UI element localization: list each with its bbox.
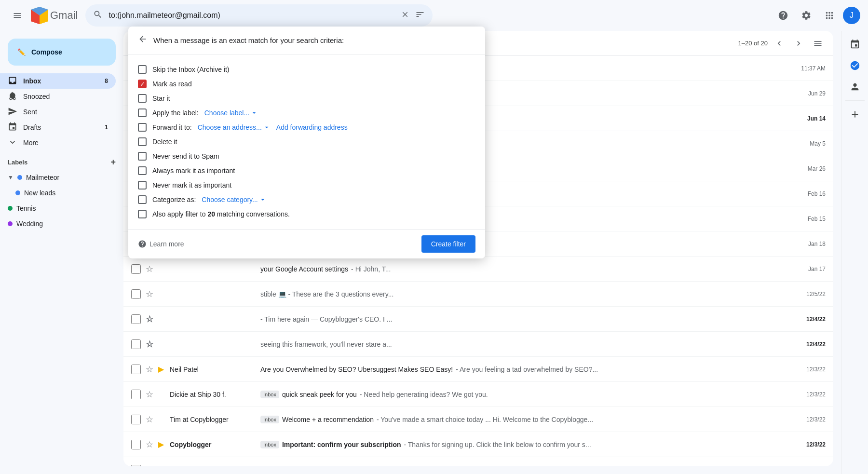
filter-option-also-apply: Also apply filter to 20 matching convers… xyxy=(138,207,475,221)
star-icon[interactable]: ☆ xyxy=(145,439,154,450)
email-preview: - Hello, Welcome to Ubersuggest! It's gr… xyxy=(405,466,587,467)
star-icon[interactable]: ☆ xyxy=(145,364,154,375)
table-row[interactable]: ☆ ▶ Neil Patel Are you Overwhelmed by SE… xyxy=(123,357,833,382)
right-icon-calendar[interactable] xyxy=(845,35,865,54)
star-icon[interactable]: ☆ xyxy=(145,314,154,325)
apps-icon[interactable] xyxy=(820,6,839,25)
table-row[interactable]: ☆ ▶ Tim at Copyblogger Inbox Welcome + a… xyxy=(123,407,833,432)
star-icon[interactable]: ☆ xyxy=(145,289,154,299)
filter-select-forward-button[interactable]: Choose an address... xyxy=(198,123,271,131)
filter-checkbox-apply-label[interactable] xyxy=(138,108,147,117)
filter-checkbox-delete-it[interactable] xyxy=(138,137,147,146)
search-options-icon[interactable] xyxy=(415,10,425,22)
star-icon[interactable]: ☆ xyxy=(145,389,154,400)
gmail-logo: Gmail xyxy=(31,7,78,24)
email-preview: - Tim here again — Copyblogger's CEO. I … xyxy=(260,315,392,323)
avatar[interactable]: J xyxy=(843,7,860,24)
table-row[interactable]: ☆ ▶ seeing this framework, you'll never … xyxy=(123,332,833,357)
prev-page-button[interactable] xyxy=(772,36,787,51)
table-row[interactable]: ☆ ▶ your Google Account settings - Hi Jo… xyxy=(123,257,833,282)
email-checkbox[interactable] xyxy=(131,314,141,324)
search-input[interactable] xyxy=(108,11,395,20)
email-preview: - Are you feeling a tad overwhelmed by S… xyxy=(456,366,598,373)
star-icon[interactable]: ☆ xyxy=(145,414,154,425)
email-checkbox[interactable] xyxy=(131,390,141,399)
create-filter-button[interactable]: Create filter xyxy=(421,235,475,253)
filter-checkbox-always-important[interactable] xyxy=(138,166,147,175)
email-date: Mar 26 xyxy=(795,165,826,172)
filter-option-star-it: Star it xyxy=(138,91,475,106)
email-checkbox[interactable] xyxy=(131,365,141,374)
email-date: 12/3/22 xyxy=(795,416,826,423)
star-icon[interactable]: ☆ xyxy=(145,264,154,274)
filter-checkbox-mark-as-read[interactable]: ✓ xyxy=(138,80,147,88)
filter-checkbox-skip-inbox[interactable] xyxy=(138,65,147,74)
sidebar-item-more[interactable]: More xyxy=(0,135,116,150)
view-options-button[interactable] xyxy=(810,36,826,51)
filter-checkbox-never-important[interactable] xyxy=(138,181,147,190)
right-icon-add[interactable] xyxy=(845,105,865,124)
compose-label: Compose xyxy=(31,48,62,56)
email-checkbox[interactable] xyxy=(131,465,141,467)
email-preview: - Need help generating ideas? We got you… xyxy=(360,391,488,398)
search-icon xyxy=(93,10,103,22)
email-checkbox[interactable] xyxy=(131,339,141,349)
email-checkbox[interactable] xyxy=(131,415,141,424)
table-row[interactable]: ☆ ▶ Neil Patel Welcome to Ubersuggest 🌟 … xyxy=(123,457,833,466)
email-date: Jun 29 xyxy=(795,90,826,97)
email-date: 12/3/22 xyxy=(795,391,826,398)
filter-checkmark-icon: ✓ xyxy=(140,81,145,88)
filter-add-forwarding-link[interactable]: Add forwarding address xyxy=(276,123,348,131)
label-item-tennis[interactable]: Tennis xyxy=(0,201,116,216)
sidebar-item-drafts[interactable]: Drafts 1 xyxy=(0,120,116,135)
filter-select-label-value: Choose label... xyxy=(204,109,249,117)
filter-checkbox-also-apply[interactable] xyxy=(138,210,147,218)
filter-select-label-button[interactable]: Choose label... xyxy=(204,109,258,117)
filter-label-star-it: Star it xyxy=(152,95,170,102)
filter-back-button[interactable] xyxy=(138,34,148,46)
label-item-mailmeteor[interactable]: ▼ Mailmeteor xyxy=(0,170,116,185)
label-text-wedding: Wedding xyxy=(16,220,43,228)
filter-checkbox-star-it[interactable] xyxy=(138,94,147,103)
search-clear-icon[interactable] xyxy=(401,10,409,21)
filter-label-forward-to: Forward it to: xyxy=(152,123,192,131)
table-row[interactable]: ☆ ▶ - Tim here again — Copyblogger's CEO… xyxy=(123,307,833,332)
email-date: 12/4/22 xyxy=(795,341,826,348)
star-icon[interactable]: ☆ xyxy=(145,464,154,467)
label-item-wedding[interactable]: Wedding xyxy=(0,216,116,231)
filter-checkbox-forward-to[interactable] xyxy=(138,123,147,132)
filter-learn-more-label: Learn more xyxy=(149,240,184,248)
labels-add-icon[interactable]: + xyxy=(110,157,116,167)
filter-label-apply-label: Apply the label: xyxy=(152,109,199,117)
email-subject-area: Inbox Important: confirm your subscripti… xyxy=(260,441,791,448)
filter-select-category: Choose category... xyxy=(202,196,266,203)
filter-checkbox-categorize[interactable] xyxy=(138,195,147,204)
menu-icon[interactable] xyxy=(8,6,27,25)
filter-select-category-button[interactable]: Choose category... xyxy=(202,196,266,203)
sidebar-item-sent[interactable]: Sent xyxy=(0,104,116,120)
label-expand-icon: ▼ xyxy=(8,174,14,181)
star-icon[interactable]: ☆ xyxy=(145,339,154,350)
filter-select-label[interactable]: Choose label... xyxy=(204,109,258,117)
table-row[interactable]: ☆ ▶ Dickie at Ship 30 f. Inbox quick sne… xyxy=(123,382,833,407)
email-sender: Copyblogger xyxy=(170,441,257,448)
table-row[interactable]: ☆ ▶ stible 💻 - These are the 3 questions… xyxy=(123,282,833,307)
support-icon[interactable] xyxy=(773,6,793,25)
table-row[interactable]: ☆ ▶ Copyblogger Inbox Important: confirm… xyxy=(123,432,833,457)
right-icon-contacts[interactable] xyxy=(845,77,865,96)
label-item-new-leads[interactable]: New leads xyxy=(0,185,116,201)
next-page-button[interactable] xyxy=(791,36,806,51)
email-checkbox[interactable] xyxy=(131,289,141,299)
sidebar-item-inbox[interactable]: Inbox 8 xyxy=(0,73,116,89)
filter-help-link[interactable]: Learn more xyxy=(138,240,184,248)
email-checkbox[interactable] xyxy=(131,440,141,449)
filter-select-forward-value: Choose an address... xyxy=(198,123,262,131)
email-date: 12/4/22 xyxy=(795,316,826,323)
filter-checkbox-never-spam[interactable] xyxy=(138,152,147,161)
sidebar-item-snoozed[interactable]: Snoozed xyxy=(0,89,116,104)
settings-icon[interactable] xyxy=(797,6,816,25)
right-icon-tasks[interactable] xyxy=(845,56,865,75)
email-sender: Neil Patel xyxy=(170,466,257,467)
email-checkbox[interactable] xyxy=(131,264,141,274)
compose-button[interactable]: ✏️ Compose xyxy=(8,39,116,66)
